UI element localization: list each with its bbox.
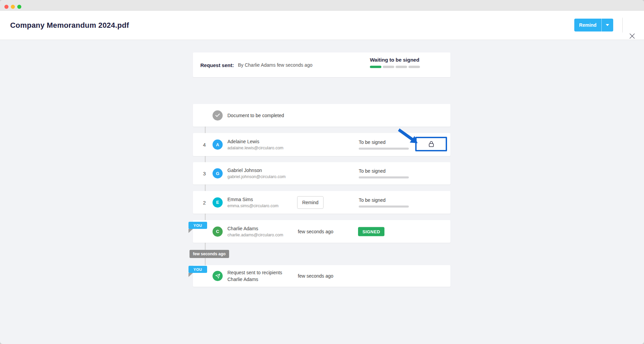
recipient-name: Emma Sims <box>227 197 279 202</box>
recipient-name: Gabriel Johnson <box>227 168 286 173</box>
progress-segment <box>408 66 420 68</box>
timeline-time-tag: few seconds ago <box>190 250 229 258</box>
sent-event-time: few seconds ago <box>298 273 333 279</box>
recipient-order: 3 <box>201 171 208 176</box>
event-row-request-sent: Request sent to recipients Charlie Adams… <box>193 265 450 287</box>
recipient-status-text: To be signed <box>359 168 409 174</box>
recipient-email: emma.sims@circularo.com <box>227 203 279 208</box>
recipient-status-bar <box>359 176 409 178</box>
recipient-name: Charlie Adams <box>227 226 283 231</box>
you-badge: YOU <box>188 222 207 229</box>
recipient-order: 2 <box>201 199 208 205</box>
request-sent-value: By Charlie Adams few seconds ago <box>238 62 312 68</box>
recipient-email: gabriel.johnson@circularo.com <box>227 174 286 179</box>
close-icon <box>629 33 635 39</box>
locked-signer-indicator[interactable] <box>415 137 447 151</box>
recipient-status-block: To be signed <box>359 168 409 178</box>
signed-badge: SIGNED <box>358 227 384 236</box>
recipient-status-bar <box>359 148 409 150</box>
lock-icon <box>429 141 434 147</box>
timeline-item-completion: Document to be completed <box>193 104 450 127</box>
fullscreen-traffic-light[interactable] <box>17 5 21 9</box>
progress-segment <box>370 66 381 68</box>
sent-event-icon-circle <box>213 271 223 281</box>
recipient-row-emma: 2 E Emma Sims emma.sims@circularo.com Re… <box>193 191 450 214</box>
recipient-order: 4 <box>201 142 208 148</box>
sent-event-line2: Charlie Adams <box>227 277 282 282</box>
request-sent-label: Request sent: <box>200 62 234 68</box>
sent-event-text: Request sent to recipients Charlie Adams <box>227 270 282 282</box>
avatar: G <box>213 168 223 178</box>
recipient-identity: Emma Sims emma.sims@circularo.com <box>227 197 279 208</box>
avatar: C <box>213 227 223 237</box>
recipient-identity: Charlie Adams charlie.adams@circularo.co… <box>227 226 283 237</box>
recipient-status-bar <box>359 206 409 208</box>
signed-time: few seconds ago <box>298 229 333 234</box>
callout-arrow-icon <box>398 128 419 147</box>
titlebar <box>0 0 644 11</box>
completion-step-icon <box>213 110 223 121</box>
paper-plane-icon <box>215 274 220 279</box>
request-status-card: Request sent: By Charlie Adams few secon… <box>193 52 450 77</box>
remind-button[interactable]: Remind <box>574 19 601 31</box>
signing-status-text: Waiting to be signed <box>370 57 420 63</box>
you-badge-tail <box>188 229 193 233</box>
progress-segment <box>396 66 407 68</box>
close-traffic-light[interactable] <box>4 5 8 9</box>
recipient-status-block: To be signed <box>359 197 409 208</box>
completion-label: Document to be completed <box>227 113 284 118</box>
avatar: E <box>213 197 223 208</box>
you-badge: YOU <box>188 266 207 273</box>
minimize-traffic-light[interactable] <box>11 5 15 9</box>
signing-status-block: Waiting to be signed <box>370 57 420 68</box>
document-title: Company Memorandum 2024.pdf <box>10 21 129 30</box>
recipient-row-charlie: C Charlie Adams charlie.adams@circularo.… <box>193 220 450 243</box>
recipient-name: Adelaine Lewis <box>227 139 284 144</box>
you-badge-tail <box>188 273 193 277</box>
remind-split-button: Remind <box>574 19 613 31</box>
remind-recipient-button[interactable]: Remind <box>297 196 324 209</box>
close-button[interactable] <box>627 31 637 40</box>
check-icon <box>215 113 220 117</box>
remind-dropdown-button[interactable] <box>601 19 613 31</box>
progress-segment <box>383 66 394 68</box>
recipient-identity: Gabriel Johnson gabriel.johnson@circular… <box>227 168 286 179</box>
recipient-status-text: To be signed <box>359 197 409 203</box>
recipient-identity: Adelaine Lewis adalaine.lewis@circularo.… <box>227 139 284 150</box>
recipient-row-gabriel: 3 G Gabriel Johnson gabriel.johnson@circ… <box>193 162 450 185</box>
app-window: Company Memorandum 2024.pdf Remind Reque… <box>0 0 644 344</box>
sent-event-line1: Request sent to recipients <box>227 270 282 275</box>
signing-progress-bar <box>370 66 420 68</box>
recipient-email: charlie.adams@circularo.com <box>227 233 283 237</box>
document-header: Company Memorandum 2024.pdf Remind <box>0 11 644 40</box>
header-divider <box>622 18 623 33</box>
chevron-down-icon <box>606 24 609 26</box>
recipient-email: adalaine.lewis@circularo.com <box>227 146 284 150</box>
avatar: A <box>213 139 223 150</box>
